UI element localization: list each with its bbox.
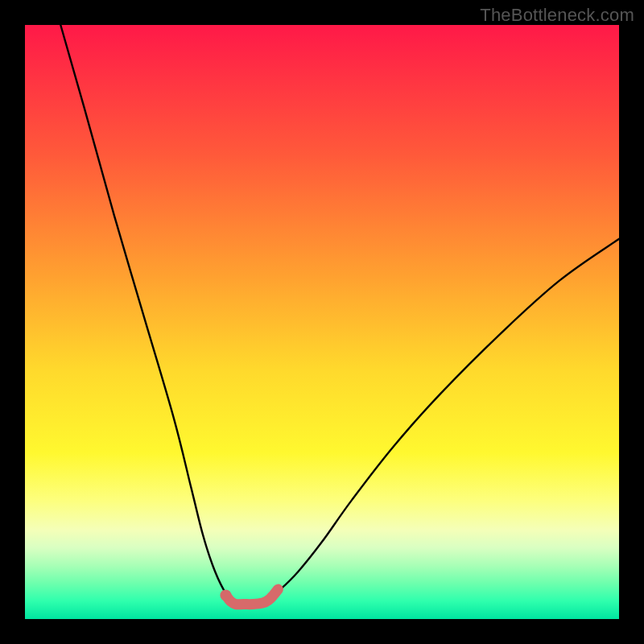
bottleneck-curve [60,25,619,605]
plot-area [25,25,619,619]
chart-frame: TheBottleneck.com [0,0,644,644]
chart-svg [25,25,619,619]
sweet-spot-band [225,589,278,605]
sweet-spot-start-dot [220,589,231,601]
watermark-text: TheBottleneck.com [480,5,634,26]
